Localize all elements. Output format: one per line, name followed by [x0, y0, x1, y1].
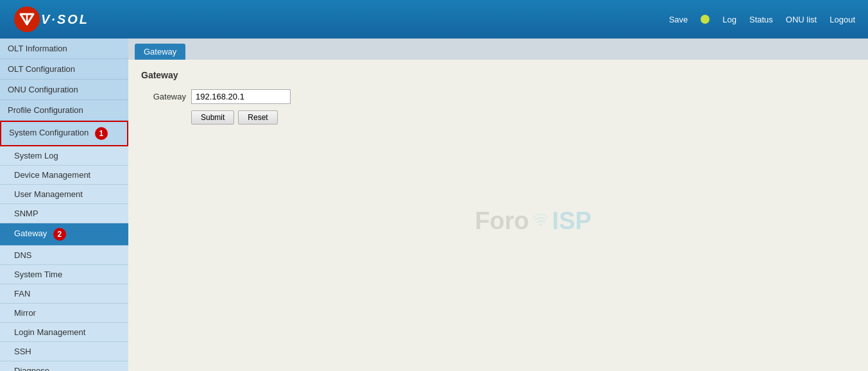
- gateway-input[interactable]: [191, 89, 291, 104]
- layout: OLT Information OLT Configuration ONU Co…: [0, 39, 868, 371]
- watermark-isp: ISP: [552, 207, 591, 235]
- sidebar-item-profile-config[interactable]: Profile Configuration: [0, 100, 128, 121]
- sidebar-item-olt-config[interactable]: OLT Configuration: [0, 59, 128, 80]
- status-indicator: [701, 15, 710, 24]
- system-config-badge: 1: [95, 127, 108, 140]
- sidebar-item-user-management[interactable]: User Management: [0, 185, 128, 204]
- sidebar-item-olt-info[interactable]: OLT Information: [0, 39, 128, 59]
- header-nav: Save Log Status ONU list Logout: [141, 15, 855, 24]
- content-title: Gateway: [141, 70, 855, 80]
- status-link[interactable]: Status: [749, 15, 773, 24]
- watermark-wifi-icon: [531, 211, 551, 231]
- log-link[interactable]: Log: [722, 15, 736, 24]
- logo-area: V·SOL: [13, 5, 141, 33]
- sidebar-item-login-management[interactable]: Login Management: [0, 323, 128, 342]
- watermark-foro: Foro: [475, 207, 529, 235]
- gateway-form-row: Gateway: [141, 89, 855, 104]
- sidebar-item-gateway[interactable]: Gateway 2: [0, 223, 128, 246]
- gateway-label: Gateway: [141, 92, 186, 101]
- onu-list-link[interactable]: ONU list: [786, 15, 817, 24]
- content-area: Gateway Gateway Submit Reset Foro ISP: [128, 60, 868, 371]
- sidebar-item-fan[interactable]: FAN: [0, 284, 128, 304]
- sidebar-item-ssh[interactable]: SSH: [0, 342, 128, 361]
- vsol-logo-icon: [13, 5, 41, 33]
- sidebar-item-onu-config[interactable]: ONU Configuration: [0, 80, 128, 100]
- sidebar-item-device-management[interactable]: Device Management: [0, 166, 128, 185]
- gateway-tab[interactable]: Gateway: [135, 44, 185, 60]
- main-content: Gateway Gateway Gateway Submit Reset For…: [128, 39, 868, 371]
- tab-bar: Gateway: [128, 39, 868, 60]
- logo-text: V·SOL: [41, 12, 89, 27]
- gateway-badge: 2: [53, 228, 66, 241]
- sidebar-item-diagnose[interactable]: Diagnose: [0, 361, 128, 371]
- sidebar: OLT Information OLT Configuration ONU Co…: [0, 39, 128, 371]
- sidebar-item-system-config[interactable]: System Configuration 1: [0, 121, 128, 146]
- sidebar-item-system-log[interactable]: System Log: [0, 146, 128, 166]
- sidebar-item-system-time[interactable]: System Time: [0, 265, 128, 284]
- logout-link[interactable]: Logout: [830, 15, 855, 24]
- reset-button[interactable]: Reset: [238, 110, 277, 125]
- header: V·SOL Save Log Status ONU list Logout: [0, 0, 868, 39]
- sidebar-item-mirror[interactable]: Mirror: [0, 304, 128, 323]
- sidebar-item-dns[interactable]: DNS: [0, 246, 128, 265]
- save-button[interactable]: Save: [669, 15, 688, 24]
- watermark: Foro ISP: [475, 207, 591, 235]
- submit-button[interactable]: Submit: [191, 110, 234, 125]
- form-buttons: Submit Reset: [191, 110, 855, 125]
- sidebar-item-snmp[interactable]: SNMP: [0, 204, 128, 223]
